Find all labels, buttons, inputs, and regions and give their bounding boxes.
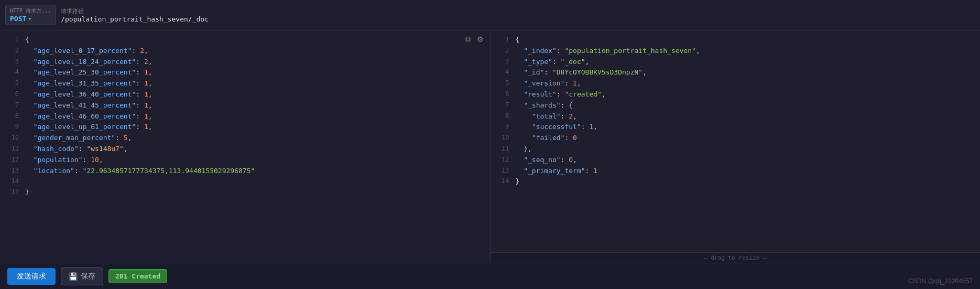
line-number: 14 (4, 176, 19, 186)
response-code-area: 1{2 "_index": "population_portrait_hash_… (491, 30, 981, 263)
line-number: 10 (4, 133, 19, 143)
line-number: 5 (4, 78, 19, 88)
line-content: } (25, 187, 29, 198)
line-content: "_primary_term": 1 (516, 166, 598, 177)
save-label: 保存 (81, 272, 95, 281)
table-row: 5 "age_level_31_35_percent": 1, (0, 78, 490, 89)
table-row: 11 "hash_code": "ws148u7", (0, 144, 490, 155)
table-row: 10 "failed": 0 (491, 133, 981, 144)
line-number: 4 (4, 67, 19, 77)
line-number: 10 (495, 133, 509, 143)
line-content: "age_level_46_60_percent": 1, (25, 111, 153, 122)
table-row: 1{ (491, 35, 981, 46)
line-number: 13 (495, 166, 509, 176)
table-row: 9 "age_level_up_61_percent": 1, (0, 122, 490, 133)
table-row: 3 "_type": "_doc", (491, 57, 981, 68)
line-content: "_type": "_doc", (516, 57, 590, 68)
line-content: "age_level_25_30_percent": 1, (25, 67, 153, 78)
table-row: 6 "age_level_36_40_percent": 1, (0, 89, 490, 100)
line-number: 6 (4, 89, 19, 99)
line-content: "age_level_41_45_percent": 1, (25, 100, 153, 111)
status-badge: 201 Created (108, 269, 167, 283)
line-content: "age_level_18_24_percent": 2, (25, 57, 153, 68)
table-row: 7 "_shards": { (491, 100, 981, 111)
line-content: "total": 2, (516, 111, 577, 122)
line-number: 3 (4, 57, 19, 67)
response-panel: 1{2 "_index": "population_portrait_hash_… (491, 30, 981, 263)
line-content: "_id": "D8YcOY0BBKV5sD3DnpzN", (516, 67, 647, 78)
table-row: 13 "location": "22.9634857177734375,113.… (0, 166, 490, 177)
watermark: CSDN @qq_23204557 (908, 277, 973, 285)
line-number: 1 (495, 35, 509, 45)
line-content: "location": "22.9634857177734375,113.944… (25, 166, 255, 177)
line-content: "_version": 1, (516, 78, 581, 89)
line-content: "_shards": { (516, 100, 573, 111)
line-content: }, (516, 144, 532, 155)
table-row: 2 "_index": "population_portrait_hash_se… (491, 46, 981, 57)
line-number: 15 (4, 187, 19, 197)
table-row: 3 "age_level_18_24_percent": 2, (0, 57, 490, 68)
line-content: "age_level_31_35_percent": 1, (25, 78, 153, 89)
line-content: "failed": 0 (516, 133, 577, 144)
line-content: { (25, 35, 29, 46)
table-row: 14 (0, 176, 490, 186)
copy-icon-button[interactable]: ⧉ (464, 34, 472, 45)
line-content: } (516, 176, 520, 187)
table-row: 12 "population": 10, (0, 155, 490, 166)
line-number: 12 (495, 155, 509, 165)
settings-icon-button[interactable]: ⚙ (476, 34, 485, 45)
request-code-area[interactable]: 1{2 "age_level_0_17_percent": 2,3 "age_l… (0, 30, 490, 263)
line-number: 3 (495, 57, 509, 67)
table-row: 14} (491, 176, 981, 187)
line-number: 14 (495, 176, 509, 186)
line-number: 11 (4, 144, 19, 154)
table-row: 15} (0, 187, 490, 198)
method-selector[interactable]: HTTP 请求方... POST (5, 5, 56, 25)
table-row: 1{ (0, 35, 490, 46)
line-content: "age_level_36_40_percent": 1, (25, 89, 153, 100)
line-number: 5 (495, 78, 509, 88)
table-row: 5 "_version": 1, (491, 78, 981, 89)
main-content: ⧉ ⚙ 1{2 "age_level_0_17_percent": 2,3 "a… (0, 30, 980, 263)
table-row: 11 }, (491, 144, 981, 155)
table-row: 4 "_id": "D8YcOY0BBKV5sD3DnpzN", (491, 67, 981, 78)
table-row: 7 "age_level_41_45_percent": 1, (0, 100, 490, 111)
table-row: 4 "age_level_25_30_percent": 1, (0, 67, 490, 78)
table-row: 8 "total": 2, (491, 111, 981, 122)
line-number: 2 (495, 46, 509, 56)
send-button[interactable]: 发送请求 (7, 268, 56, 285)
line-content: "_seq_no": 0, (516, 155, 577, 166)
line-number: 2 (4, 46, 19, 56)
drag-resize-label: — drag to resize — (704, 254, 766, 261)
line-content: "age_level_up_61_percent": 1, (25, 122, 153, 133)
table-row: 2 "age_level_0_17_percent": 2, (0, 46, 490, 57)
line-number: 7 (495, 100, 509, 110)
bottom-bar: 发送请求 💾 保存 201 Created (0, 263, 980, 289)
table-row: 13 "_primary_term": 1 (491, 166, 981, 177)
table-row: 10 "gender_man_percent": 5, (0, 133, 490, 144)
line-number: 8 (495, 111, 509, 121)
table-row: 6 "result": "created", (491, 89, 981, 100)
table-row: 9 "successful": 1, (491, 122, 981, 133)
path-value: /population_portrait_hash_seven/_doc (61, 15, 209, 23)
save-button[interactable]: 💾 保存 (61, 267, 103, 285)
line-number: 7 (4, 100, 19, 110)
path-info: 请求路径 /population_portrait_hash_seven/_do… (61, 7, 209, 23)
table-row: 12 "_seq_no": 0, (491, 155, 981, 166)
line-content: "hash_code": "ws148u7", (25, 144, 128, 155)
drag-resize-bar[interactable]: — drag to resize — (491, 252, 981, 263)
line-content: "gender_man_percent": 5, (25, 133, 132, 144)
request-editor-panel: ⧉ ⚙ 1{2 "age_level_0_17_percent": 2,3 "a… (0, 30, 491, 263)
line-content: { (516, 35, 520, 46)
line-number: 1 (4, 35, 19, 45)
line-content: "result": "created", (516, 89, 606, 100)
line-number: 12 (4, 155, 19, 165)
line-number: 4 (495, 67, 509, 77)
path-label: 请求路径 (61, 7, 209, 15)
line-number: 9 (495, 122, 509, 132)
editor-toolbar: ⧉ ⚙ (464, 34, 485, 45)
line-number: 11 (495, 144, 509, 154)
method-label: HTTP 请求方... (10, 7, 51, 15)
line-number: 8 (4, 111, 19, 121)
line-content: "age_level_0_17_percent": 2, (25, 46, 148, 57)
